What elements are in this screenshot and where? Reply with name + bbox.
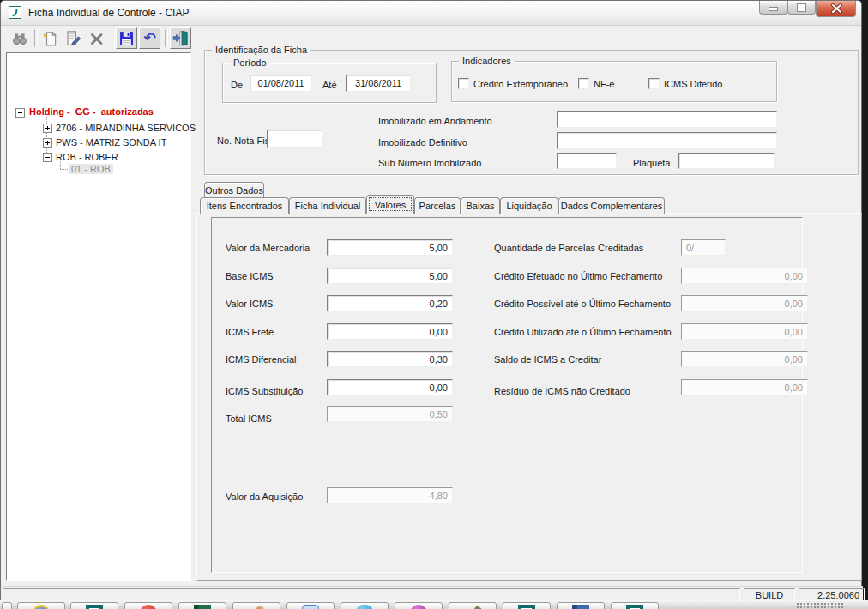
close-button[interactable] — [816, 1, 856, 17]
pencil-app-icon — [463, 606, 481, 609]
tree-expander-expand[interactable] — [43, 138, 52, 148]
taskbar-button-blue-document-app[interactable] — [557, 602, 605, 609]
tree-expander-collapse[interactable] — [15, 108, 25, 118]
base-icms-input[interactable] — [327, 268, 453, 284]
plaqueta-label: Plaqueta — [633, 158, 670, 168]
checkbox-credito-extemporaneo-label: Crédito Extemporâneo — [473, 79, 568, 89]
maximize-icon — [797, 3, 806, 12]
sub-numero-label: Sub Número Imobilizado — [378, 158, 481, 168]
tree-item[interactable]: 2706 - MIRANDINHA SERVICOS — [56, 123, 196, 133]
taskbar-button-purple-app[interactable] — [395, 602, 443, 609]
exit-button[interactable] — [170, 27, 191, 49]
checkbox-credito-extemporaneo[interactable] — [458, 78, 469, 89]
save-icon — [119, 31, 134, 45]
tab-outros-dados[interactable]: Outros Dados — [204, 182, 264, 198]
credito-possivel-label: Crédito Possível até o Último Fechamento — [494, 298, 671, 309]
credito-efetuado-input — [681, 268, 808, 284]
bird-app-icon — [356, 605, 373, 609]
plaqueta-input[interactable] — [678, 153, 775, 169]
valor-mercadoria-label: Valor da Mercadoria — [226, 243, 310, 253]
credito-utilizado-input — [681, 323, 808, 340]
tree-item[interactable]: ROB - ROBER — [56, 152, 118, 162]
toolbar-separator — [112, 29, 115, 47]
nota-fiscal-input[interactable] — [267, 130, 322, 148]
icms-substituicao-label: ICMS Substituição — [226, 386, 303, 396]
taskbar-button-quill-app[interactable] — [232, 602, 280, 609]
icms-frete-label: ICMS Frete — [226, 327, 274, 337]
imobilizado-definitivo-input[interactable] — [557, 132, 777, 149]
icms-frete-input[interactable] — [327, 323, 453, 340]
green-app-icon — [194, 605, 211, 609]
taskbar-button-red-app[interactable] — [124, 602, 172, 609]
periodo-ate-input[interactable] — [346, 75, 411, 92]
tree-item[interactable]: PWS - MATRIZ SONDA IT — [56, 137, 166, 148]
desktop: Ficha Individual de Controle - CIAP — [0, 0, 868, 609]
minimize-icon — [769, 7, 778, 11]
tab-itens-encontrados[interactable]: Itens Encontrados — [200, 197, 289, 214]
identificacao-legend: Identificação da Ficha — [212, 45, 310, 55]
tree-expander-collapse[interactable] — [43, 153, 52, 162]
periodo-de-label: De — [231, 80, 243, 90]
qtd-parcelas-label: Quantidade de Parcelas Creditadas — [494, 243, 643, 253]
checkbox-icms-diferido-label: ICMS Diferido — [664, 79, 722, 89]
resize-grip[interactable] — [796, 602, 844, 609]
tree-root-item[interactable]: Holding - GG - autorizadas — [29, 106, 154, 117]
checkbox-nfe[interactable] — [578, 78, 589, 89]
taskbar-button-teal-app-3[interactable] — [611, 602, 659, 609]
taskbar-button-pencil-app[interactable] — [449, 602, 497, 609]
tree-connector — [60, 169, 68, 170]
taskbar-button-green-app[interactable] — [178, 602, 226, 609]
saldo-icms-label: Saldo de ICMS a Creditar — [494, 354, 601, 365]
toolbar-separator — [34, 29, 38, 47]
find-button[interactable] — [9, 27, 30, 49]
title-bar[interactable]: Ficha Individual de Controle - CIAP — [1, 1, 861, 26]
app-icon — [9, 6, 22, 23]
tree-expander-expand[interactable] — [43, 124, 52, 133]
new-record-icon — [43, 31, 58, 46]
close-icon — [817, 1, 857, 17]
exit-icon — [172, 30, 189, 46]
tab-ficha-individual[interactable]: Ficha Individual — [289, 197, 366, 214]
tab-baixas[interactable]: Baixas — [461, 197, 500, 214]
teal-app-icon — [518, 605, 535, 609]
valor-icms-input[interactable] — [327, 295, 453, 311]
quill-app-icon — [249, 604, 265, 609]
tab-liquidacao[interactable]: Liquidação — [500, 197, 558, 214]
delete-record-button[interactable] — [86, 27, 107, 49]
sub-numero-input[interactable] — [557, 153, 617, 169]
save-button[interactable] — [116, 27, 137, 49]
checkbox-icms-diferido[interactable] — [648, 78, 660, 89]
credito-utilizado-label: Crédito Utilizado até o Último Fechament… — [494, 327, 672, 337]
credito-possivel-input — [681, 295, 808, 311]
tab-valores[interactable]: Valores — [366, 195, 414, 214]
icms-diferencial-input[interactable] — [327, 351, 453, 367]
base-icms-label: Base ICMS — [226, 271, 274, 281]
taskbar-button-teal-app[interactable] — [70, 602, 118, 609]
maximize-button[interactable] — [787, 1, 816, 15]
taskbar-button-blue-window-app[interactable] — [286, 602, 335, 609]
valor-mercadoria-input[interactable] — [327, 239, 453, 256]
icms-substituicao-input[interactable] — [327, 379, 453, 395]
find-icon — [12, 31, 27, 46]
taskbar-button-bird-app[interactable] — [341, 602, 389, 609]
residuo-icms-label: Resíduo de ICMS não Creditado — [494, 386, 630, 396]
imobilizado-andamento-input[interactable] — [557, 111, 777, 128]
periodo-de-input[interactable] — [250, 75, 312, 92]
minimize-button[interactable] — [759, 1, 787, 15]
imobilizado-andamento-label: Imobilizado em Andamento — [378, 116, 492, 126]
tab-dados-complementares[interactable]: Dados Complementares — [558, 197, 665, 214]
taskbar-button-internet-explorer[interactable] — [17, 602, 65, 609]
tab-parcelas[interactable]: Parcelas — [414, 197, 461, 214]
imobilizado-definitivo-label: Imobilizado Definitivo — [378, 137, 467, 148]
qtd-parcelas-input — [681, 239, 726, 256]
valor-aquisicao-label: Valor da Aquisição — [226, 491, 303, 502]
undo-button[interactable]: ↶ — [139, 27, 160, 49]
delete-record-icon — [89, 31, 105, 46]
taskbar-button-teal-app-2[interactable] — [503, 602, 551, 609]
internet-explorer-icon — [33, 605, 50, 609]
edit-record-button[interactable] — [63, 27, 84, 49]
tree-item-selected[interactable]: 01 - ROB — [69, 164, 113, 174]
new-record-button[interactable] — [39, 27, 61, 49]
taskbar-button-partial[interactable] — [2, 602, 12, 609]
red-app-icon — [140, 605, 157, 609]
